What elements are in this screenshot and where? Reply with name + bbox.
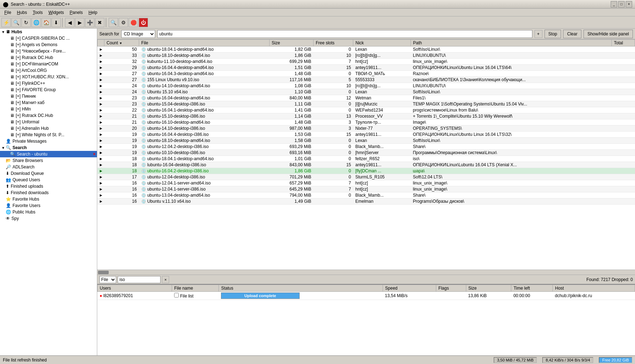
sidebar-hub-5[interactable]: 🖥 [+] ArtCool.ORG xyxy=(0,67,97,74)
expand-cell[interactable]: ▶ xyxy=(98,89,104,95)
sidebar-hub-15[interactable]: 🖥 [+] White Nights of St. P... xyxy=(0,132,97,138)
expand-cell[interactable]: ▶ xyxy=(98,144,104,150)
menu-file[interactable]: File xyxy=(1,9,14,16)
sidebar-finished-uploads[interactable]: ⬆ Finished uploads xyxy=(0,183,97,190)
expand-cell[interactable]: ▶ xyxy=(98,46,104,53)
sidebar-private-messages[interactable]: 👤 Private Messages xyxy=(0,138,97,144)
transfer-col-size[interactable]: Size xyxy=(466,285,511,292)
table-row[interactable]: ▶23💿 ubuntu-16.04-desktop-amd64.iso840,0… xyxy=(98,95,635,101)
sidebar-section-hubs[interactable]: ▼ 🖥 Hubs xyxy=(0,29,97,35)
col-total[interactable]: Total xyxy=(611,40,635,46)
sidebar-hub-7[interactable]: 🖥 [+] FlylinkDC++ xyxy=(0,80,97,87)
table-row[interactable]: ▶32💿 kubuntu-11.10-desktop-amd64.iso699,… xyxy=(98,59,635,65)
table-row[interactable]: ▶21💿 ubuntu-15.10-desktop-i386.iso1,14 G… xyxy=(98,113,635,119)
expand-cell[interactable]: ▶ xyxy=(98,119,104,126)
expand-cell[interactable]: ▶ xyxy=(98,174,104,180)
expand-cell[interactable]: ▶ xyxy=(98,59,104,65)
table-row[interactable]: ▶18💿 ubuntu-18.04.1-desktop-amd64.iso1,0… xyxy=(98,156,635,162)
sidebar-hub-8[interactable]: 🖥 [+] FAVORITE Group xyxy=(0,87,97,93)
table-row[interactable]: ▶16💿 ubuntu-12.04.1-server-i386.iso645,2… xyxy=(98,186,635,192)
col-file[interactable]: File xyxy=(139,40,270,46)
sidebar-spy[interactable]: 👁 Spy xyxy=(0,215,97,222)
hscroll-bar[interactable] xyxy=(97,270,635,275)
minimize-button[interactable]: _ xyxy=(611,1,617,8)
stop-button[interactable]: Stop xyxy=(545,30,561,38)
sidebar-search-ubuntu[interactable]: 🔍 Search - ubuntu × xyxy=(0,151,97,157)
col-nick[interactable]: Nick xyxy=(353,40,411,46)
sidebar-hub-4[interactable]: 🖥 [+] DC•Filimania•COM xyxy=(0,61,97,67)
table-row[interactable]: ▶24💿 Ubuntu 15.10 x64.iso1,10 GiB0LexanS… xyxy=(98,89,635,95)
table-row[interactable]: ▶18💿 ubuntu-16.04.2-desktop-i386.iso1,86… xyxy=(98,168,635,174)
toolbar-btn-14[interactable]: ⏻ xyxy=(139,18,148,27)
results-table-container[interactable]: Count ▼ File Size Free slots Nick Path T… xyxy=(97,39,635,270)
table-row[interactable]: ▶29💿 ubuntu-16.04.4-desktop-amd64.iso1,5… xyxy=(98,65,635,71)
filter-input[interactable] xyxy=(118,276,161,283)
toolbar-btn-11[interactable]: 🔍 xyxy=(109,18,118,27)
toolbar-btn-7[interactable]: ◀ xyxy=(65,18,74,27)
expand-cell[interactable]: ▶ xyxy=(98,95,104,101)
expand-cell[interactable]: ▶ xyxy=(98,198,104,205)
table-row[interactable]: ▶33💿 ubuntu-18.10-desktop-amd64.iso1,86 … xyxy=(98,53,635,59)
col-count[interactable]: Count ▼ xyxy=(104,40,139,46)
table-row[interactable]: ▶21💿 ubuntu-16.10-desktop-amd64.iso1,48 … xyxy=(98,119,635,126)
sidebar-favorite-users[interactable]: 👤 Favorite Users xyxy=(0,202,97,209)
toolbar-btn-1[interactable]: ⚡ xyxy=(1,18,11,27)
sidebar-download-queue[interactable]: ⬇ Download Queue xyxy=(0,170,97,177)
transfer-row[interactable]: ● l826389579201File listUpload complete1… xyxy=(98,292,635,300)
sidebar-queued-users[interactable]: 👥 Queued Users xyxy=(0,177,97,183)
sidebar-adl-search[interactable]: 🔎 ADLSearch xyxy=(0,164,97,170)
expand-cell[interactable]: ▶ xyxy=(98,77,104,83)
toolbar-btn-3[interactable]: ↻ xyxy=(21,18,31,27)
table-row[interactable]: ▶19💿 ubuntu-18.10-desktop-amd64.iso1,58 … xyxy=(98,138,635,144)
expand-cell[interactable]: ▶ xyxy=(98,65,104,71)
sidebar-hub-3[interactable]: 🖥 [+] Rutrack DC.Hub xyxy=(0,54,97,61)
expand-cell[interactable]: ▶ xyxy=(98,126,104,132)
toolbar-btn-13[interactable]: 🛑 xyxy=(129,18,138,27)
table-row[interactable]: ▶16💿 Ubuntu v.11.10 x64.iso1,49 GiBEmelm… xyxy=(98,198,635,205)
sidebar-hub-1[interactable]: 🖥 [+] Angels vs Demons xyxy=(0,41,97,48)
table-row[interactable]: ▶16💿 ubuntu-13.04-desktop-amd64.iso794,0… xyxy=(98,192,635,198)
close-button[interactable]: × xyxy=(626,1,632,8)
expand-cell[interactable]: ▶ xyxy=(98,192,104,198)
sidebar-section-search[interactable]: ▼ 🔍 Search xyxy=(0,144,97,151)
expand-cell[interactable]: ▶ xyxy=(98,113,104,119)
sidebar-favorite-hubs[interactable]: ⭐ Favorite Hubs xyxy=(0,196,97,202)
transfer-col-speed[interactable]: Speed xyxy=(383,285,436,292)
table-row[interactable]: ▶27💿 155 Linux Ubuntu v9.10.iso117,16 Mi… xyxy=(98,77,635,83)
sidebar-share-browsers[interactable]: 📂 Share Browsers xyxy=(0,157,97,164)
expand-cell[interactable]: ▶ xyxy=(98,53,104,59)
sidebar-public-hubs[interactable]: 🌐 Public Hubs xyxy=(0,209,97,215)
transfer-table-container[interactable]: Users File name Status Speed Flags Size … xyxy=(97,285,635,355)
maximize-button[interactable]: □ xyxy=(618,1,625,8)
table-row[interactable]: ▶19💿 ubuntu-10.10-desktop-i386.iso693,16… xyxy=(98,150,635,156)
table-row[interactable]: ▶20💿 ubuntu-14.10-desktop-i386.iso987,00… xyxy=(98,126,635,132)
col-size[interactable]: Size xyxy=(269,40,313,46)
table-row[interactable]: ▶50💿 ubuntu-18.04.1-desktop-amd64.iso1,8… xyxy=(98,46,635,53)
expand-cell[interactable]: ▶ xyxy=(98,150,104,156)
menu-panels[interactable]: Panels xyxy=(67,9,86,16)
sidebar-finished-downloads[interactable]: ⬇ Finished downloads xyxy=(0,190,97,196)
toolbar-btn-6[interactable]: ⬇ xyxy=(51,18,61,27)
file-checkbox[interactable] xyxy=(174,293,179,297)
expand-cell[interactable]: ▶ xyxy=(98,138,104,144)
expand-cell[interactable]: ▶ xyxy=(98,156,104,162)
search-add-button[interactable]: + xyxy=(535,30,542,38)
toolbar-btn-10[interactable]: ✖ xyxy=(95,18,104,27)
search-input[interactable] xyxy=(157,30,532,38)
sidebar-hub-10[interactable]: 🖥 [+] Магнит-хаб xyxy=(0,99,97,106)
toolbar-btn-8[interactable]: ▶ xyxy=(75,18,84,27)
sidebar-hub-13[interactable]: 🖥 [+] Unformal xyxy=(0,119,97,125)
table-row[interactable]: ▶24💿 ubuntu-14.10-desktop-amd64.iso1,08 … xyxy=(98,83,635,89)
expand-cell[interactable]: ▶ xyxy=(98,71,104,77)
menu-tools[interactable]: Tools xyxy=(30,9,45,16)
expand-cell[interactable]: ▶ xyxy=(98,186,104,192)
table-row[interactable]: ▶19💿 ubuntu-12.04.2-desktop-i386.iso693,… xyxy=(98,144,635,150)
clear-button[interactable]: Clear xyxy=(563,30,581,38)
sidebar-hub-2[interactable]: 🖥 [+] *Новосибирск - Fore... xyxy=(0,48,97,54)
filter-clear-btn[interactable]: × xyxy=(162,276,169,283)
sidebar-hub-14[interactable]: 🖥 [+] Adrenalin Hub xyxy=(0,125,97,132)
col-free-slots[interactable]: Free slots xyxy=(313,40,353,46)
expand-cell[interactable]: ▶ xyxy=(98,101,104,107)
table-row[interactable]: ▶16💿 ubuntu-12.04.1-server-amd64.iso657,… xyxy=(98,180,635,186)
sidebar-hub-11[interactable]: 🖥 [+] HMn xyxy=(0,106,97,112)
